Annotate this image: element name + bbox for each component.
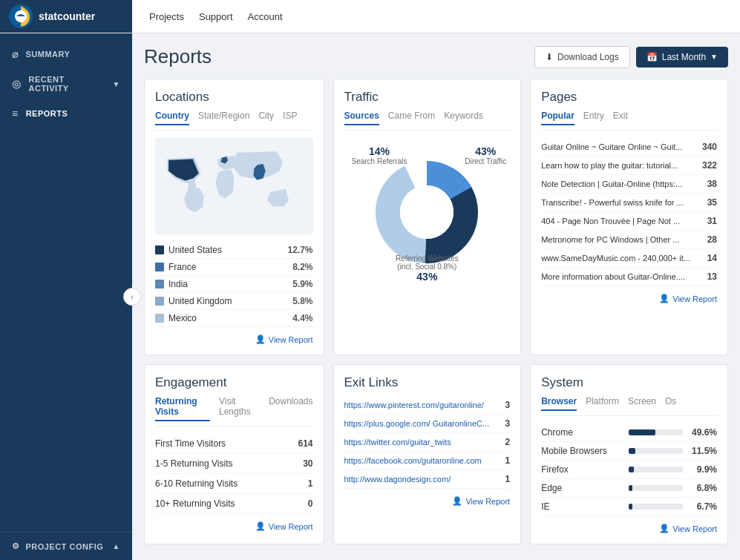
browser-name-1: Mobile Browsers xyxy=(541,446,623,456)
country-row: United States 12.7% xyxy=(155,242,313,259)
browser-bar-wrap-1 xyxy=(629,448,683,454)
system-view-report-link[interactable]: 👤 View Report xyxy=(659,524,717,533)
download-logs-button[interactable]: ⬇ Download Logs xyxy=(534,46,630,68)
engagement-tabs: Returning Visits Visit Lengths Downloads xyxy=(155,396,313,426)
tab-visit-lengths[interactable]: Visit Lengths xyxy=(219,396,260,421)
browser-pct-0: 49.6% xyxy=(689,427,717,438)
calendar-icon: 📅 xyxy=(646,52,658,62)
pages-row: 404 - Page Non Trouvée | Page Not ... 31 xyxy=(541,212,717,231)
engagement-list: First Time Visitors 614 1-5 Returning Vi… xyxy=(155,434,313,514)
cards-grid: Locations Country State/Region City ISP xyxy=(144,79,728,544)
browser-pct-1: 11.5% xyxy=(689,446,717,456)
pages-view-report-link[interactable]: 👤 View Report xyxy=(659,294,717,303)
locations-view-report-link[interactable]: 👤 View Report xyxy=(255,335,313,344)
traffic-card: Traffic Sources Came From Keywords xyxy=(333,79,522,355)
locations-tabs: Country State/Region City ISP xyxy=(155,111,313,131)
system-title: System xyxy=(541,375,717,390)
engagement-value-3: 0 xyxy=(308,498,313,509)
exit-links-view-report-link[interactable]: 👤 View Report xyxy=(452,496,510,506)
exit-link-row: https://facebook.com/guitaronline.com 1 xyxy=(344,452,511,470)
tab-keywords[interactable]: Keywords xyxy=(444,111,483,125)
nav-account[interactable]: Account xyxy=(248,11,283,22)
tab-isp[interactable]: ISP xyxy=(283,111,297,125)
browser-pct-2: 9.9% xyxy=(689,464,717,475)
exit-url-1: https://plus.google.com/ GuitaronlineC..… xyxy=(344,419,490,428)
page-name-1: Learn how to play the guitar: tutorial..… xyxy=(541,161,690,170)
page-count-5: 28 xyxy=(696,234,717,245)
tab-platform[interactable]: Platform xyxy=(586,396,619,411)
tab-downloads[interactable]: Downloads xyxy=(269,396,312,421)
exit-link-row: http://www.dagondesign.com/ 1 xyxy=(344,470,511,489)
view-report-icon: 👤 xyxy=(659,524,669,533)
sidebar-item-summary[interactable]: ⌀ Summary xyxy=(0,41,132,67)
nav-support[interactable]: Support xyxy=(199,11,233,22)
last-month-button[interactable]: 📅 Last Month ▼ xyxy=(636,47,728,67)
engagement-label-3: 10+ Returning Visits xyxy=(155,498,308,509)
tab-os[interactable]: Os xyxy=(665,396,676,411)
tab-came-from[interactable]: Came From xyxy=(388,111,435,125)
pages-row: More information about Guitar-Online....… xyxy=(541,268,717,286)
sidebar-item-recent-activity[interactable]: ◎ Recent Activity ▼ xyxy=(0,67,132,100)
tab-screen[interactable]: Screen xyxy=(628,396,656,411)
tab-exit[interactable]: Exit xyxy=(613,111,628,125)
gear-icon: ⚙ xyxy=(12,541,20,551)
browser-bar-wrap-0 xyxy=(629,429,683,435)
recent-activity-icon: ◎ xyxy=(12,78,22,90)
browser-row: Mobile Browsers 11.5% xyxy=(541,442,717,461)
tab-state-region[interactable]: State/Region xyxy=(198,111,249,125)
country-row: India 5.9% xyxy=(155,276,313,293)
sidebar-item-reports[interactable]: ≡ Reports xyxy=(0,100,132,127)
tab-country[interactable]: Country xyxy=(155,111,189,125)
pct-fr: 8.2% xyxy=(292,262,312,272)
browser-name-2: Firefox xyxy=(541,464,623,475)
pages-row: Learn how to play the guitar: tutorial..… xyxy=(541,157,717,175)
tab-sources[interactable]: Sources xyxy=(344,111,379,125)
page-title: Reports xyxy=(144,45,212,68)
pages-row: Transcribe! - Powerful swiss knife for .… xyxy=(541,194,717,212)
sidebar-collapse-button[interactable]: ‹ xyxy=(123,288,141,306)
page-name-2: Note Detection | Guitar-Online (https:..… xyxy=(541,179,690,188)
chevron-up-icon: ▲ xyxy=(113,542,120,550)
country-us: United States xyxy=(168,245,283,255)
tab-entry[interactable]: Entry xyxy=(583,111,604,125)
pages-row: www.SameDayMusic.com - 240,000+ it... 14 xyxy=(541,249,717,268)
download-icon: ⬇ xyxy=(546,52,553,62)
engagement-label-2: 6-10 Returning Visits xyxy=(155,478,308,489)
search-referrals-label: 14% Search Referrals xyxy=(352,145,407,165)
tab-browser[interactable]: Browser xyxy=(541,396,577,411)
exit-link-row: https://www.pinterest.com/guitaronline/ … xyxy=(344,396,511,415)
pages-row: Note Detection | Guitar-Online (https:..… xyxy=(541,175,717,194)
pages-view-report-row: 👤 View Report xyxy=(541,294,717,303)
top-nav: statcounter Projects Support Account xyxy=(0,0,740,33)
browser-bar-wrap-2 xyxy=(629,467,683,472)
sidebar: ⌀ Summary ◎ Recent Activity ▼ ≡ Reports … xyxy=(0,33,132,560)
exit-links-title: Exit Links xyxy=(344,375,511,390)
page-count-2: 38 xyxy=(696,179,717,189)
page-name-3: Transcribe! - Powerful swiss knife for .… xyxy=(541,198,690,207)
pct-in: 5.9% xyxy=(292,279,312,289)
flag-us xyxy=(155,246,164,254)
country-uk: United Kingdom xyxy=(168,296,288,306)
flag-mx xyxy=(155,314,164,323)
pct-mx: 4.4% xyxy=(292,313,312,323)
page-count-7: 13 xyxy=(696,271,717,282)
flag-uk xyxy=(155,297,164,306)
tab-city[interactable]: City xyxy=(258,111,274,125)
header-actions: ⬇ Download Logs 📅 Last Month ▼ xyxy=(534,46,728,68)
engagement-card: Engagement Returning Visits Visit Length… xyxy=(144,364,324,544)
page-name-0: Guitar Online ~ Guitare Online ~ Guit... xyxy=(541,142,690,151)
tab-returning-visits[interactable]: Returning Visits xyxy=(155,396,210,421)
exit-count-1: 3 xyxy=(495,418,510,429)
tab-popular[interactable]: Popular xyxy=(541,111,574,125)
traffic-chart-area: 14% Search Referrals 43% Direct Traffic … xyxy=(344,138,511,286)
sidebar-footer-project-config[interactable]: ⚙ Project Config ▲ xyxy=(0,532,132,560)
system-card: System Browser Platform Screen Os Chrome… xyxy=(530,364,728,544)
engagement-title: Engagement xyxy=(155,375,313,390)
engagement-view-report-link[interactable]: 👤 View Report xyxy=(255,521,313,531)
content-header: Reports ⬇ Download Logs 📅 Last Month ▼ xyxy=(144,45,728,68)
page-count-1: 322 xyxy=(696,160,717,171)
view-report-icon: 👤 xyxy=(255,335,266,344)
exit-links-view-report-row: 👤 View Report xyxy=(344,496,511,506)
nav-projects[interactable]: Projects xyxy=(149,11,184,22)
pct-uk: 5.8% xyxy=(292,296,312,306)
